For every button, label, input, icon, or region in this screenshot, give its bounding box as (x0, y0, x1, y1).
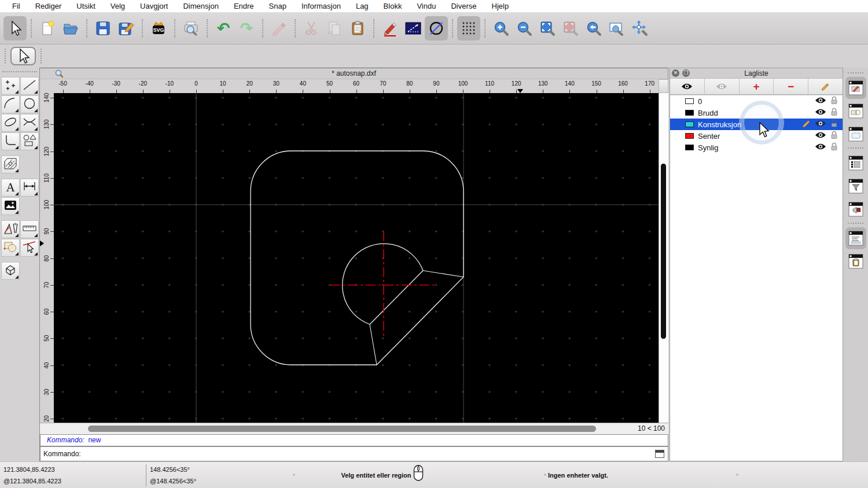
save-as-button[interactable] (115, 16, 138, 40)
select-arrow-button[interactable] (3, 16, 27, 40)
ellipse-icon (3, 115, 18, 131)
dock-strip-handle[interactable] (848, 147, 863, 150)
layer-lock-icon[interactable] (830, 108, 838, 118)
block-window-button[interactable] (845, 198, 866, 220)
line-tool-button[interactable] (20, 77, 39, 95)
grid-toggle-button[interactable] (457, 16, 480, 40)
menu-vindu[interactable]: Vindu (409, 2, 443, 10)
blank-window-button[interactable] (845, 123, 866, 145)
point-tool-button[interactable] (1, 77, 20, 95)
menu-utsikt[interactable]: Utsikt (69, 2, 103, 10)
measure-tool-button[interactable] (20, 220, 39, 238)
undo-button[interactable]: ↶ (212, 16, 235, 40)
menu-informasjon[interactable]: Informasjon (294, 2, 348, 10)
zoom-window-button[interactable] (605, 16, 628, 40)
vertical-scrollbar-thumb[interactable] (661, 164, 666, 339)
dock-strip-handle[interactable] (848, 223, 863, 225)
print-preview-button[interactable] (179, 16, 203, 40)
new-document-button[interactable] (36, 16, 59, 40)
trim-tool-button[interactable] (20, 239, 39, 257)
menu-rediger[interactable]: Rediger (28, 2, 69, 10)
toolbar-drag-handle[interactable] (5, 49, 6, 64)
float-panel-button[interactable]: ❐ (682, 69, 690, 77)
menu-hjelp[interactable]: Hjelp (484, 2, 517, 10)
hatch-tool-button[interactable] (1, 156, 20, 173)
layer-lock-icon[interactable] (830, 142, 838, 153)
dimension-tool-button[interactable] (20, 179, 39, 197)
tool-options-bar (0, 45, 868, 68)
layer-lock-icon[interactable] (830, 96, 838, 106)
modify-tool-button[interactable] (1, 239, 20, 257)
image-tool-button[interactable] (1, 197, 20, 215)
drafting-tool-button[interactable] (1, 220, 20, 238)
box3d-tool-button[interactable] (1, 262, 20, 280)
current-tool-button[interactable] (10, 47, 36, 65)
menu-blokk[interactable]: Blokk (376, 2, 410, 10)
paste-button[interactable] (346, 16, 369, 40)
command-window-button[interactable] (655, 450, 664, 458)
ellipse-tool-button[interactable] (1, 114, 20, 132)
dock-strip-handle[interactable] (848, 72, 863, 75)
layer-visibility-icon[interactable] (815, 120, 826, 129)
layer-visibility-icon[interactable] (815, 97, 826, 106)
horizontal-scrollbar[interactable]: 10 < 100 (40, 423, 668, 434)
menu-fil[interactable]: Fil (5, 2, 28, 10)
command-window-button[interactable] (845, 227, 866, 249)
zoom-previous-button[interactable] (582, 16, 605, 40)
zoom-pan-button[interactable] (628, 16, 652, 40)
drawing-canvas[interactable] (54, 93, 659, 423)
menu-dimensjon[interactable]: Dimensjon (175, 2, 226, 10)
shapes-window-button[interactable] (845, 100, 866, 122)
layer-lock-icon[interactable] (830, 119, 838, 130)
redo-button[interactable]: ↷ (235, 16, 258, 40)
zoom-in-button[interactable] (490, 16, 513, 40)
circle-tool-button[interactable] (20, 95, 39, 113)
add-layer-button[interactable]: + (740, 79, 774, 94)
ruler-tick-label: 160 (612, 80, 635, 87)
layer-lock-icon[interactable] (830, 131, 838, 141)
zoom-out-button[interactable] (513, 16, 536, 40)
filter-window-button[interactable] (845, 175, 866, 197)
polygon-tool-button[interactable] (20, 132, 39, 150)
pen-window-button[interactable] (845, 77, 866, 99)
open-folder-button[interactable] (59, 16, 82, 40)
construction-mode-button[interactable] (425, 16, 448, 40)
ruler-tick-label: 140 (558, 80, 581, 87)
arc-tool-button[interactable] (1, 95, 20, 113)
menu-uavgjort[interactable]: Uavgjort (133, 2, 175, 10)
toolbar-separator (142, 19, 143, 38)
command-input[interactable]: Kommando: (40, 446, 668, 461)
text-tool-button[interactable]: A (1, 179, 20, 197)
horizontal-scrollbar-thumb[interactable] (88, 426, 596, 432)
menu-bar: FilRedigerUtsiktVelgUavgjortDimensjonEnd… (0, 0, 868, 13)
layer-visibility-icon[interactable] (815, 143, 826, 152)
zoom-auto-button[interactable] (536, 16, 559, 40)
line-mode-button[interactable] (402, 16, 425, 40)
draw-pencil-button[interactable] (378, 16, 402, 40)
menu-lag[interactable]: Lag (348, 2, 376, 10)
edit-layer-icon[interactable] (802, 119, 811, 130)
layer-visibility-icon[interactable] (815, 108, 826, 117)
show-all-layers-button[interactable] (670, 79, 705, 94)
svg-export-button[interactable]: SVG (147, 16, 170, 40)
menu-diverse[interactable]: Diverse (443, 2, 484, 10)
clipboard-window-button[interactable] (845, 250, 866, 272)
edit-layer-button[interactable] (808, 79, 843, 94)
polyline-tool-button[interactable] (1, 132, 20, 150)
hide-all-layers-button[interactable] (705, 79, 740, 94)
toolbar-drag-handle[interactable] (41, 49, 42, 64)
remove-layer-button[interactable]: − (774, 79, 808, 94)
palette-drag-handle[interactable] (2, 71, 37, 75)
ruler-tick-label: -30 (105, 80, 128, 87)
document-title-bar[interactable]: * autosnap.dxf (40, 68, 668, 79)
menu-snap[interactable]: Snap (262, 2, 294, 10)
list-window-button[interactable] (845, 152, 866, 174)
menu-endre[interactable]: Endre (226, 2, 262, 10)
save-button[interactable] (91, 16, 115, 40)
toolbar-separator (484, 19, 486, 38)
spline-tool-button[interactable] (20, 114, 39, 132)
close-panel-button[interactable]: ✕ (672, 69, 679, 77)
menu-velg[interactable]: Velg (103, 2, 133, 10)
vertical-scrollbar[interactable] (659, 93, 668, 423)
layer-visibility-icon[interactable] (815, 131, 826, 141)
